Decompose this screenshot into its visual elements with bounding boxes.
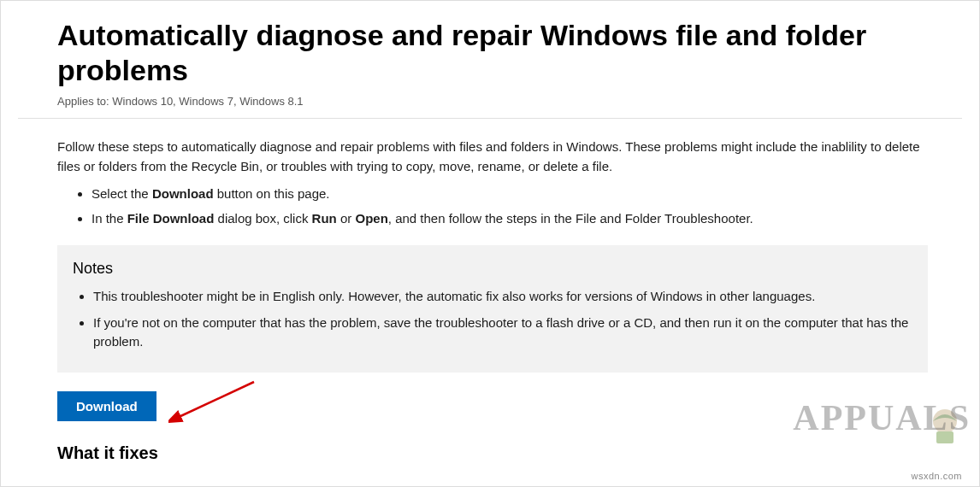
step-text: dialog box, click — [214, 211, 311, 226]
page-header: Automatically diagnose and repair Window… — [18, 8, 962, 119]
list-item: In the File Download dialog box, click R… — [92, 209, 928, 229]
page-title: Automatically diagnose and repair Window… — [57, 18, 928, 88]
text-bold: File Download — [127, 211, 215, 226]
text-bold: Open — [355, 211, 387, 226]
step-text: or — [337, 211, 356, 226]
steps-list: Select the Download button on this page.… — [57, 185, 928, 228]
section-heading: What it fixes — [57, 440, 928, 466]
list-item: This troubleshooter might be in English … — [93, 287, 912, 307]
text-bold: Run — [312, 211, 337, 226]
list-item: If you're not on the computer that has t… — [93, 314, 912, 352]
watermark-site: wsxdn.com — [911, 469, 962, 484]
applies-to-text: Applies to: Windows 10, Windows 7, Windo… — [57, 93, 928, 110]
step-text: button on this page. — [214, 186, 330, 201]
article-body: Follow these steps to automatically diag… — [18, 138, 962, 466]
notes-box: Notes This troubleshooter might be in En… — [57, 245, 928, 373]
text-bold: Download — [152, 186, 214, 201]
download-button[interactable]: Download — [57, 391, 156, 421]
list-item: Select the Download button on this page. — [92, 185, 928, 204]
notes-heading: Notes — [73, 257, 912, 280]
notes-list: This troubleshooter might be in English … — [73, 287, 912, 352]
intro-paragraph: Follow these steps to automatically diag… — [57, 138, 928, 176]
step-text: Select the — [92, 186, 152, 201]
step-text: , and then follow the steps in the File … — [388, 211, 753, 226]
step-text: In the — [92, 211, 127, 226]
